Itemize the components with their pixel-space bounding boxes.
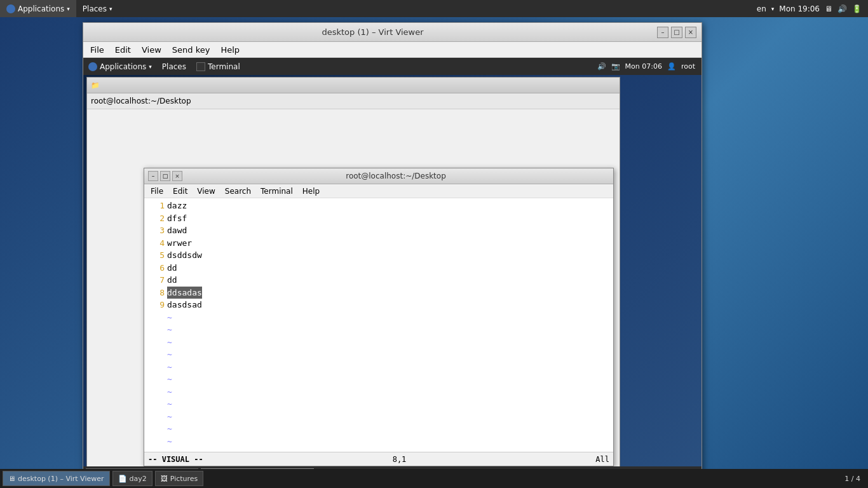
vim-restore-button[interactable]: □: [160, 171, 170, 181]
host-task-pictures[interactable]: 🖼 Pictures: [155, 471, 204, 486]
vm-desktop: Applications ▾ Places Terminal 🔊 📷 Mon 0…: [83, 58, 702, 485]
vm-file-manager-addressbar: root@localhost:~/Desktop: [87, 93, 620, 109]
vm-topbar: Applications ▾ Places Terminal 🔊 📷 Mon 0…: [83, 58, 702, 75]
vim-tilde-char: ~: [167, 323, 172, 336]
vim-tilde-line: ~: [147, 435, 611, 448]
vim-line: 9dasdsad: [147, 299, 611, 311]
vim-tilde-char: ~: [167, 348, 172, 361]
vim-line-number: 7: [147, 274, 165, 287]
virt-edit-menu[interactable]: Edit: [111, 44, 135, 56]
host-task-virt-viewer[interactable]: 🖥 desktop (1) – Virt Viewer: [3, 471, 110, 486]
monitor-icon: 🖥: [825, 4, 832, 13]
vim-close-button[interactable]: ×: [172, 171, 182, 181]
vim-line: 6dd: [147, 262, 611, 274]
virt-viewer-content[interactable]: Applications ▾ Places Terminal 🔊 📷 Mon 0…: [83, 58, 702, 485]
vim-tilde-line: ~: [147, 361, 611, 374]
places-arrow-icon: ▾: [109, 6, 112, 12]
host-task-pictures-label: Pictures: [170, 475, 198, 483]
vim-tilde-number: [147, 410, 165, 423]
vim-tilde-number: [147, 361, 165, 374]
vm-volume-icon: 🔊: [597, 62, 606, 71]
vim-terminal-menu[interactable]: Terminal: [257, 186, 296, 196]
vm-file-manager-titlebar: 📁: [87, 78, 620, 93]
vim-tilde-line: ~: [147, 336, 611, 349]
vim-line-content: dfsf: [167, 212, 187, 225]
vim-tilde-line: ~: [147, 373, 611, 386]
vim-line: 8ddsadas: [147, 287, 611, 299]
vm-screenshot-icon: 📷: [611, 62, 620, 71]
virt-help-menu[interactable]: Help: [217, 44, 243, 56]
vm-applications-arrow-icon: ▾: [149, 64, 152, 70]
vim-line-content: dd: [167, 262, 177, 274]
vim-help-menu[interactable]: Help: [299, 186, 323, 196]
host-lang: en: [757, 4, 766, 13]
vim-file-menu[interactable]: File: [147, 186, 166, 196]
vim-tilde-line: ~: [147, 398, 611, 410]
battery-icon: 🔋: [852, 4, 862, 13]
vim-terminal-titlebar: – □ × root@localhost:~/Desktop: [144, 168, 613, 184]
applications-arrow-icon: ▾: [67, 6, 70, 12]
vim-tilde-line: ~: [147, 410, 611, 423]
vim-search-menu[interactable]: Search: [222, 186, 254, 196]
vim-tilde-char: ~: [167, 361, 172, 374]
vim-tilde-number: [147, 323, 165, 336]
vim-editor-content[interactable]: 1dazz2dfsf3dawd4wrwer5dsddsdw6dd7dd8ddsa…: [144, 198, 613, 466]
vim-tilde-number: [147, 423, 165, 435]
vm-fedora-icon: [88, 62, 97, 71]
host-page-indicator: 1 / 4: [844, 475, 860, 483]
vim-line-content: dazz: [167, 200, 187, 212]
vim-line-number: 9: [147, 299, 165, 311]
vm-user-label: root: [681, 62, 695, 71]
host-places-menu[interactable]: Places ▾: [76, 0, 119, 17]
vm-terminal-label: Terminal: [208, 62, 240, 71]
virt-viewer-maximize-button[interactable]: □: [671, 27, 682, 38]
vm-applications-menu[interactable]: Applications ▾: [83, 62, 157, 71]
virt-viewer-minimize-button[interactable]: –: [657, 27, 668, 38]
host-taskbar-right: 1 / 4: [844, 475, 865, 483]
host-task-day2[interactable]: 📄 day2: [112, 471, 153, 486]
host-task-day2-icon: 📄: [118, 475, 127, 483]
vim-line: 5dsddsdw: [147, 249, 611, 262]
virt-viewer-title: desktop (1) – Virt Viewer: [88, 27, 657, 37]
vim-tilde-char: ~: [167, 423, 172, 435]
vim-minimize-button[interactable]: –: [148, 171, 158, 181]
vim-window-controls[interactable]: – □ ×: [148, 171, 182, 181]
vm-terminal-menu[interactable]: Terminal: [191, 62, 245, 71]
vim-view-menu[interactable]: View: [194, 186, 218, 196]
host-task-day2-label: day2: [130, 475, 147, 483]
virt-view-menu[interactable]: View: [138, 44, 165, 56]
vim-tilde-char: ~: [167, 398, 172, 410]
vm-user-icon: 👤: [667, 62, 676, 71]
vim-tilde-number: [147, 311, 165, 324]
virt-viewer-close-button[interactable]: ×: [685, 27, 696, 38]
vim-tilde-char: ~: [167, 447, 172, 452]
vim-line: 3dawd: [147, 224, 611, 237]
vim-tilde-char: ~: [167, 311, 172, 324]
vm-places-menu[interactable]: Places: [157, 62, 191, 71]
host-applications-menu[interactable]: Applications ▾: [0, 0, 76, 17]
vim-tilde-char: ~: [167, 435, 172, 448]
vim-line-number: 2: [147, 212, 165, 225]
vim-tilde-char: ~: [167, 410, 172, 423]
vim-tilde-number: [147, 348, 165, 361]
vim-edit-menu[interactable]: Edit: [170, 186, 191, 196]
virt-sendkey-menu[interactable]: Send key: [168, 44, 214, 56]
vim-line-content: dsddsdw: [167, 249, 202, 262]
vm-places-label: Places: [162, 62, 186, 71]
vim-window-title: root@localhost:~/Desktop: [182, 172, 609, 180]
vim-line-number: 4: [147, 237, 165, 250]
vm-topbar-right: 🔊 📷 Mon 07:06 👤 root: [597, 62, 702, 71]
virt-file-menu[interactable]: File: [86, 44, 108, 56]
host-applications-label: Applications: [18, 4, 64, 13]
vim-tilde-line: ~: [147, 386, 611, 398]
vim-line-area: 1dazz2dfsf3dawd4wrwer5dsddsdw6dd7dd8ddsa…: [144, 198, 613, 452]
host-topbar: Applications ▾ Places ▾ en ▾ Mon 19:06 🖥…: [0, 0, 868, 17]
vim-tilde-number: [147, 447, 165, 452]
host-task-virt-icon: 🖥: [8, 475, 15, 483]
vim-tilde-line: ~: [147, 311, 611, 324]
virt-viewer-controls[interactable]: – □ ×: [657, 27, 696, 38]
vim-tilde-number: [147, 336, 165, 349]
host-time: Mon 19:06: [779, 4, 820, 13]
vim-tilde-line: ~: [147, 348, 611, 361]
vm-applications-label: Applications: [100, 62, 146, 71]
